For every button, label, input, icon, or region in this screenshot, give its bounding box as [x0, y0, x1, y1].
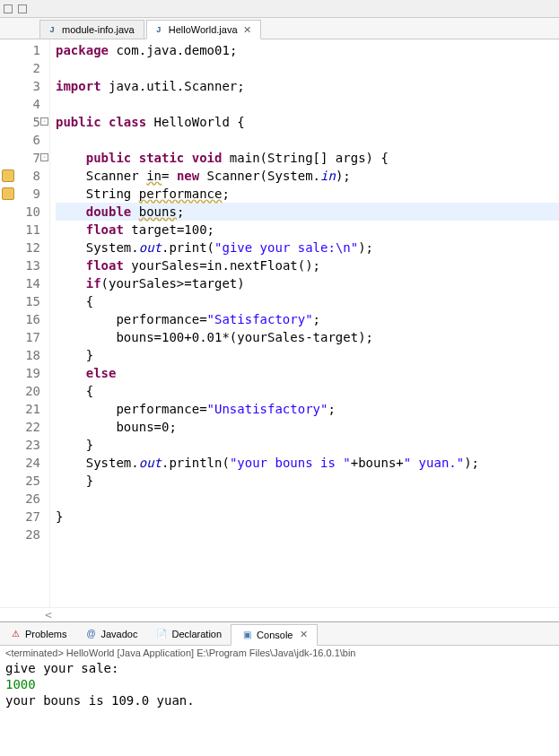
bottom-tab-label: Console	[257, 630, 293, 640]
line-number: 11	[0, 221, 40, 239]
bottom-tab-declaration[interactable]: 📄Declaration	[146, 624, 231, 644]
editor-tab[interactable]: Jmodule-info.java	[39, 20, 144, 39]
code-line[interactable]: }	[56, 436, 559, 454]
line-number: 12	[0, 239, 40, 256]
fold-toggle-icon[interactable]: -	[40, 117, 48, 126]
maximize-icon[interactable]	[18, 4, 27, 13]
console-line: your bouns is 109.0 yuan.	[5, 692, 554, 708]
window-toolbar	[0, 0, 559, 18]
code-line[interactable]	[56, 95, 559, 113]
line-number: 2	[0, 59, 40, 77]
editor-tabs: Jmodule-info.javaJHelloWorld.java✕	[0, 18, 559, 39]
line-number: 7-	[0, 149, 40, 167]
code-body[interactable]: package com.java.demo01; import java.uti…	[50, 39, 559, 607]
line-number: 21	[0, 400, 40, 418]
line-number: 24	[0, 454, 40, 472]
line-number: 19	[0, 364, 40, 382]
line-number: 13	[0, 256, 40, 274]
line-number: 16	[0, 310, 40, 328]
line-number: 9	[0, 185, 40, 203]
line-number: 27	[0, 508, 40, 526]
code-line[interactable]: package com.java.demo01;	[56, 41, 559, 59]
line-number: 10	[0, 203, 40, 221]
line-number: 8	[0, 167, 40, 185]
line-number: 15	[0, 292, 40, 310]
javadoc-icon: @	[84, 628, 97, 640]
bottom-tab-label: Problems	[25, 629, 66, 639]
code-line[interactable]: bouns=100+0.01*(yourSales-target);	[56, 328, 559, 346]
line-gutter: 12345-67-8910111213141516171819202122232…	[0, 39, 50, 607]
code-line[interactable]: String performance;	[56, 185, 559, 203]
code-line[interactable]: import java.util.Scanner;	[56, 77, 559, 95]
tab-label: module-info.java	[62, 24, 135, 35]
code-line[interactable]	[56, 490, 559, 508]
code-line[interactable]	[56, 526, 559, 543]
code-line[interactable]: public static void main(String[] args) {	[56, 149, 559, 167]
bottom-tabs: ⚠Problems@Javadoc📄Declaration▣Console✕	[0, 622, 559, 646]
code-line[interactable]: {	[56, 292, 559, 310]
line-number: 18	[0, 346, 40, 364]
code-line[interactable]: performance="Unsatisfactory";	[56, 400, 559, 418]
code-line[interactable]: public class HelloWorld {	[56, 113, 559, 131]
code-line[interactable]: else	[56, 364, 559, 382]
minimize-icon[interactable]	[4, 4, 13, 13]
fold-toggle-icon[interactable]: -	[40, 153, 48, 161]
code-line[interactable]: float yourSales=in.nextFloat();	[56, 256, 559, 274]
line-number: 4	[0, 95, 40, 113]
line-number: 20	[0, 382, 40, 400]
bottom-tab-console[interactable]: ▣Console✕	[231, 624, 318, 646]
tab-label: HelloWorld.java	[169, 24, 238, 35]
console-body[interactable]: give your sale:1000your bouns is 109.0 y…	[0, 660, 559, 756]
bottom-tab-javadoc[interactable]: @Javadoc	[75, 624, 146, 644]
console-header: <terminated> HelloWorld [Java Applicatio…	[0, 646, 559, 660]
line-number: 26	[0, 490, 40, 508]
line-number: 23	[0, 436, 40, 454]
code-line[interactable]: if(yourSales>=target)	[56, 274, 559, 292]
code-line[interactable]: }	[56, 472, 559, 490]
bottom-tab-label: Javadoc	[100, 629, 137, 639]
close-icon[interactable]: ✕	[243, 24, 251, 36]
line-number: 3	[0, 77, 40, 95]
editor-tab[interactable]: JHelloWorld.java✕	[146, 20, 261, 39]
warning-marker-icon	[2, 169, 14, 182]
line-number: 17	[0, 328, 40, 346]
line-number: 22	[0, 418, 40, 436]
line-number: 1	[0, 41, 40, 59]
java-file-icon: J	[153, 23, 165, 36]
line-number: 5-	[0, 113, 40, 131]
console-icon: ▣	[240, 629, 253, 641]
line-number: 6	[0, 131, 40, 149]
code-line[interactable]: bouns=0;	[56, 418, 559, 436]
problems-icon: ⚠	[9, 628, 22, 640]
code-line[interactable]: float target=100;	[56, 221, 559, 239]
line-number: 25	[0, 472, 40, 490]
code-line[interactable]: }	[56, 508, 559, 526]
line-number: 28	[0, 526, 40, 543]
code-line[interactable]	[56, 131, 559, 149]
code-line[interactable]: double bouns;	[56, 203, 559, 221]
line-number: 14	[0, 274, 40, 292]
close-icon[interactable]: ✕	[300, 629, 308, 640]
console-line: 1000	[5, 676, 554, 692]
bottom-tab-problems[interactable]: ⚠Problems	[0, 624, 75, 644]
code-line[interactable]: System.out.println("your bouns is "+boun…	[56, 454, 559, 472]
code-line[interactable]: performance="Satisfactory";	[56, 310, 559, 328]
declaration-icon: 📄	[155, 628, 168, 640]
code-line[interactable]: Scanner in= new Scanner(System.in);	[56, 167, 559, 185]
code-line[interactable]: {	[56, 382, 559, 400]
code-line[interactable]: }	[56, 346, 559, 364]
warning-marker-icon	[2, 187, 14, 200]
bottom-panel: ⚠Problems@Javadoc📄Declaration▣Console✕ <…	[0, 621, 559, 756]
console-line: give your sale:	[5, 660, 554, 676]
java-file-icon: J	[46, 23, 58, 36]
code-line[interactable]	[56, 59, 559, 77]
bottom-tab-label: Declaration	[171, 629, 222, 639]
hscroll-indicator[interactable]: <	[0, 607, 559, 621]
code-line[interactable]: System.out.print("give your sale:\n");	[56, 239, 559, 256]
editor-area: 12345-67-8910111213141516171819202122232…	[0, 39, 559, 607]
